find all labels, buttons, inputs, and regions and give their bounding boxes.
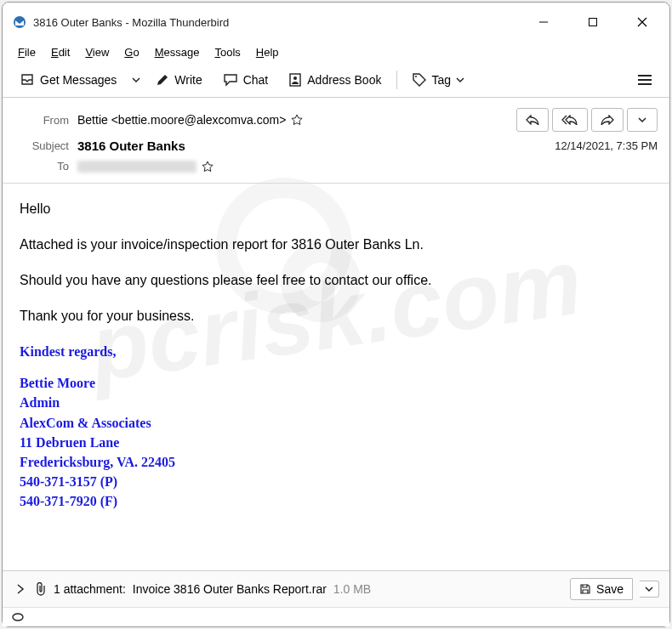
tag-label: Tag <box>431 73 451 87</box>
sync-icon[interactable] <box>11 611 661 623</box>
star-recipient-button[interactable] <box>202 161 214 173</box>
save-label: Save <box>596 582 624 596</box>
tag-icon <box>413 73 426 87</box>
chevron-down-icon <box>456 76 464 84</box>
to-row: To <box>14 156 658 176</box>
sig-company: AlexCom & Associates <box>20 413 652 433</box>
get-messages-label: Get Messages <box>40 73 117 87</box>
write-button[interactable]: Write <box>147 68 210 92</box>
sig-phone-p: 540-371-3157 (P) <box>20 472 652 491</box>
pencil-icon <box>156 73 169 87</box>
star-icon <box>291 114 303 126</box>
reply-icon <box>526 115 539 125</box>
from-row: From Bettie <bettie.moore@alexcomva.com> <box>14 105 658 135</box>
sig-regards: Kindest regards, <box>20 342 652 361</box>
from-label: From <box>14 114 69 127</box>
tag-button[interactable]: Tag <box>404 68 473 92</box>
star-icon <box>202 161 214 173</box>
hamburger-icon <box>637 74 652 86</box>
chevron-down-icon <box>638 116 646 124</box>
save-dropdown[interactable] <box>640 581 659 598</box>
get-messages-button[interactable]: Get Messages <box>11 68 125 92</box>
message-headers: From Bettie <bettie.moore@alexcomva.com>… <box>3 98 669 184</box>
reply-all-button[interactable] <box>552 108 588 132</box>
reply-button[interactable] <box>516 108 549 132</box>
app-window: pcrisk.com 3816 Outer Banks - Mozilla Th… <box>2 2 670 627</box>
to-label: To <box>14 160 69 173</box>
to-value-wrap <box>77 161 658 173</box>
chevron-right-icon <box>16 584 25 594</box>
window-title: 3816 Outer Banks - Mozilla Thunderbird <box>33 16 527 29</box>
svg-rect-2 <box>589 19 597 26</box>
message-datetime: 12/14/2021, 7:35 PM <box>555 139 658 152</box>
menubar: File Edit View Go Message Tools Help <box>3 42 669 63</box>
chat-icon <box>223 73 238 87</box>
chevron-down-icon <box>132 76 140 84</box>
sig-name: Bettie Moore <box>20 373 652 393</box>
star-contact-button[interactable] <box>291 114 303 126</box>
attachment-bar: 1 attachment: Invoice 3816 Outer Banks R… <box>3 570 669 607</box>
address-book-label: Address Book <box>307 73 381 87</box>
body-p2: Should you have any questions please fee… <box>20 270 652 291</box>
save-icon <box>579 583 591 595</box>
subject-value: 3816 Outer Banks <box>77 139 555 153</box>
from-value-wrap: Bettie <bettie.moore@alexcomva.com> <box>77 113 516 127</box>
menu-go[interactable]: Go <box>117 43 145 61</box>
svg-point-6 <box>293 76 297 80</box>
body-greeting: Hello <box>20 199 652 219</box>
menu-help[interactable]: Help <box>249 43 286 61</box>
body-p3: Thank you for your business. <box>20 306 652 326</box>
to-value-redacted <box>77 161 196 173</box>
toolbar-separator <box>396 71 397 89</box>
sig-phone-f: 540-371-7920 (F) <box>20 491 652 511</box>
status-bar <box>3 607 669 626</box>
header-actions <box>516 108 658 132</box>
body-p1: Attached is your invoice/inspection repo… <box>20 235 652 255</box>
maximize-button[interactable] <box>576 9 610 35</box>
subject-label: Subject <box>14 139 69 152</box>
toolbar: Get Messages Write Chat Address Book Tag <box>3 63 669 98</box>
attachment-filename[interactable]: Invoice 3816 Outer Banks Report.rar <box>133 582 327 596</box>
signature-block: Kindest regards, Bettie Moore Admin Alex… <box>20 342 652 512</box>
sig-role: Admin <box>20 393 652 412</box>
subject-row: Subject 3816 Outer Banks 12/14/2021, 7:3… <box>14 135 658 156</box>
reply-all-icon <box>561 115 578 125</box>
close-button[interactable] <box>625 9 659 35</box>
more-actions-button[interactable] <box>627 108 658 132</box>
address-book-button[interactable]: Address Book <box>280 68 390 92</box>
menu-file[interactable]: File <box>11 43 43 61</box>
inbox-icon <box>20 73 35 87</box>
write-label: Write <box>174 73 202 87</box>
sig-addr2: Fredericksburg, VA. 22405 <box>20 452 652 472</box>
menu-message[interactable]: Message <box>148 43 207 61</box>
attachment-toggle[interactable] <box>13 582 28 596</box>
attachment-size: 1.0 MB <box>333 582 371 596</box>
sig-addr1: 11 Debruen Lane <box>20 433 652 452</box>
from-value[interactable]: Bettie <bettie.moore@alexcomva.com> <box>77 113 286 127</box>
app-menu-button[interactable] <box>629 69 661 91</box>
chat-label: Chat <box>243 73 269 87</box>
menu-tools[interactable]: Tools <box>208 43 247 61</box>
forward-icon <box>601 115 614 125</box>
paperclip-icon <box>35 582 47 596</box>
get-messages-dropdown[interactable] <box>128 71 144 89</box>
chat-button[interactable]: Chat <box>214 68 277 92</box>
window-controls <box>527 9 659 35</box>
address-book-icon <box>288 73 302 87</box>
minimize-button[interactable] <box>527 9 561 35</box>
forward-button[interactable] <box>591 108 624 132</box>
chevron-down-icon <box>645 585 653 593</box>
svg-point-7 <box>415 76 417 77</box>
titlebar: 3816 Outer Banks - Mozilla Thunderbird <box>3 3 669 42</box>
menu-edit[interactable]: Edit <box>44 43 77 61</box>
message-body: Hello Attached is your invoice/inspectio… <box>3 184 669 570</box>
app-icon <box>13 15 26 29</box>
attachment-count: 1 attachment: <box>54 582 126 596</box>
menu-view[interactable]: View <box>78 43 116 61</box>
save-attachment-button[interactable]: Save <box>570 578 633 600</box>
